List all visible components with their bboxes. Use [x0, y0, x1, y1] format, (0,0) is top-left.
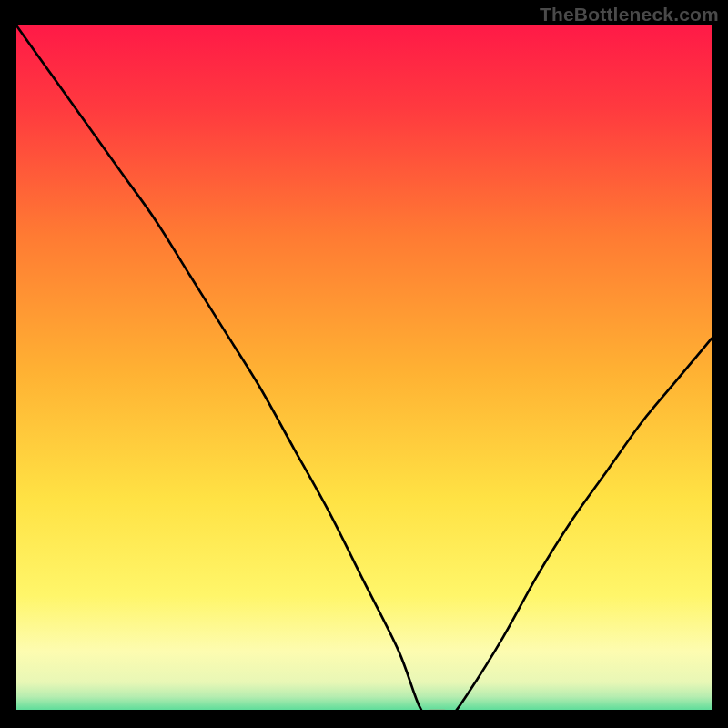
chart-svg [16, 25, 712, 710]
bottleneck-curve [16, 25, 712, 710]
chart-frame: TheBottleneck.com [0, 0, 728, 728]
watermark-text: TheBottleneck.com [540, 4, 719, 25]
plot-area [16, 25, 712, 710]
